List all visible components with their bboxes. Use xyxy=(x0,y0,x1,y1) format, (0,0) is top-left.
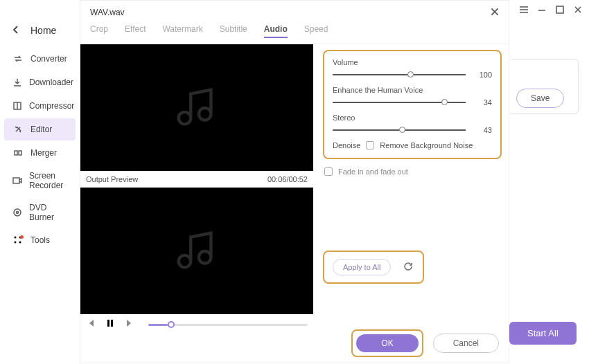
svg-point-10 xyxy=(19,242,21,244)
stereo-value: 43 xyxy=(473,126,492,134)
sidebar-item-label: DVD Burner xyxy=(29,203,67,222)
tabs: Crop Effect Watermark Subtitle Audio Spe… xyxy=(80,21,509,44)
prev-icon[interactable] xyxy=(86,318,98,331)
sidebar-item-dvd-burner[interactable]: DVD Burner xyxy=(4,197,76,228)
downloader-icon xyxy=(12,77,22,88)
music-note-icon xyxy=(173,227,221,275)
tab-effect[interactable]: Effect xyxy=(125,24,146,38)
audio-box: Volume 100 Enhance the Human Voice 34 St… xyxy=(323,50,502,159)
sidebar-item-downloader[interactable]: Downloader xyxy=(4,71,76,93)
output-preview xyxy=(80,188,313,314)
right-panel: Save xyxy=(516,89,582,108)
apply-box: Apply to All xyxy=(323,251,424,284)
sidebar-item-screen-recorder[interactable]: Screen Recorder xyxy=(4,165,76,196)
editor-dialog: WAV.wav Crop Effect Watermark Subtitle A… xyxy=(80,0,509,363)
compressor-icon xyxy=(12,100,22,111)
start-all-button[interactable]: Start All xyxy=(509,322,577,345)
editor-icon xyxy=(12,124,24,135)
preview-bar: Output Preview 00:06/00:52 xyxy=(80,171,313,188)
enhance-value: 34 xyxy=(473,98,492,107)
audio-settings: Volume 100 Enhance the Human Voice 34 St… xyxy=(313,44,509,335)
preview-time: 00:06/00:52 xyxy=(267,175,308,183)
sidebar-item-label: Merger xyxy=(30,148,57,158)
fade-checkbox[interactable] xyxy=(324,167,333,176)
denoise-label: Denoise xyxy=(333,141,360,149)
preview-label: Output Preview xyxy=(86,175,138,183)
save-button[interactable]: Save xyxy=(516,89,564,108)
tools-icon xyxy=(12,235,24,246)
home-bar: Home xyxy=(0,21,80,40)
cancel-button[interactable]: Cancel xyxy=(433,334,499,353)
sidebar-item-compressor[interactable]: Compressor xyxy=(4,95,76,117)
tab-watermark[interactable]: Watermark xyxy=(162,24,202,38)
music-note-icon xyxy=(173,84,221,132)
volume-value: 100 xyxy=(473,71,492,79)
preview-column: Output Preview 00:06/00:52 xyxy=(80,44,313,335)
stereo-label: Stereo xyxy=(333,113,492,122)
dialog-footer: OK Cancel xyxy=(351,329,499,357)
tab-speed[interactable]: Speed xyxy=(304,24,328,38)
screen-recorder-icon xyxy=(12,175,22,186)
sidebar-item-editor[interactable]: Editor xyxy=(4,118,76,140)
sidebar-item-label: Downloader xyxy=(29,78,73,87)
denoise-checkbox-label: Remove Background Noise xyxy=(380,141,473,149)
volume-slider[interactable] xyxy=(333,74,466,75)
svg-point-5 xyxy=(14,209,21,216)
tab-subtitle[interactable]: Subtitle xyxy=(220,24,247,38)
back-icon[interactable] xyxy=(11,25,22,36)
svg-rect-11 xyxy=(107,320,109,327)
ok-highlight: OK xyxy=(351,329,423,357)
merger-icon xyxy=(12,147,24,158)
denoise-checkbox[interactable] xyxy=(366,141,374,149)
converter-icon xyxy=(12,53,24,64)
sidebar-item-tools[interactable]: Tools xyxy=(4,229,76,251)
sidebar-item-label: Editor xyxy=(30,125,52,134)
pause-icon[interactable] xyxy=(105,318,118,331)
window-titlebar xyxy=(513,0,589,19)
svg-rect-12 xyxy=(111,320,113,327)
enhance-label: Enhance the Human Voice xyxy=(333,86,492,94)
svg-rect-0 xyxy=(556,6,563,13)
apply-to-all-button[interactable]: Apply to All xyxy=(333,259,391,275)
sidebar-item-converter[interactable]: Converter xyxy=(4,48,76,70)
svg-rect-2 xyxy=(15,151,17,155)
progress-slider[interactable] xyxy=(148,324,308,326)
close-icon[interactable] xyxy=(489,6,502,19)
svg-rect-3 xyxy=(19,151,21,155)
minimize-icon[interactable] xyxy=(536,4,547,15)
sidebar-item-label: Tools xyxy=(30,235,50,245)
sidebar-item-merger[interactable]: Merger xyxy=(4,142,76,164)
svg-point-6 xyxy=(17,212,19,214)
transport-controls xyxy=(80,314,313,335)
sidebar-item-label: Converter xyxy=(30,54,67,64)
menu-icon[interactable] xyxy=(518,4,529,15)
refresh-icon[interactable] xyxy=(403,262,414,273)
stereo-slider[interactable] xyxy=(333,129,466,131)
home-label[interactable]: Home xyxy=(30,25,56,36)
volume-label: Volume xyxy=(333,58,492,66)
svg-point-9 xyxy=(15,242,17,244)
dialog-title: WAV.wav xyxy=(80,1,509,21)
fade-label: Fade in and fade out xyxy=(338,167,408,176)
next-icon[interactable] xyxy=(125,318,137,331)
sidebar-item-label: Compressor xyxy=(29,101,74,111)
source-preview xyxy=(80,44,313,171)
maximize-icon[interactable] xyxy=(554,4,565,15)
ok-button[interactable]: OK xyxy=(356,334,418,352)
tab-crop[interactable]: Crop xyxy=(90,24,108,38)
close-window-icon[interactable] xyxy=(572,4,583,15)
enhance-slider[interactable] xyxy=(333,102,466,103)
sidebar-item-label: Screen Recorder xyxy=(29,171,67,190)
sidebar: Converter Downloader Compressor Editor M… xyxy=(0,47,80,252)
svg-rect-4 xyxy=(13,178,19,183)
svg-point-7 xyxy=(15,237,17,239)
tab-audio[interactable]: Audio xyxy=(264,24,288,38)
dvd-burner-icon xyxy=(12,207,22,218)
